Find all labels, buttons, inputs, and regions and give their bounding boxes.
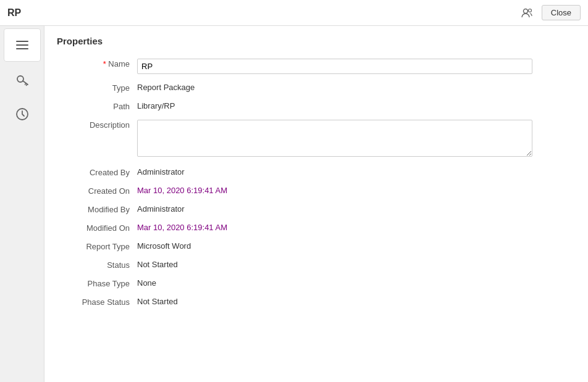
section-title: Properties bbox=[57, 36, 576, 46]
key-icon bbox=[14, 71, 31, 88]
list-icon bbox=[14, 36, 31, 54]
svg-point-1 bbox=[528, 9, 531, 12]
type-label: Type bbox=[57, 80, 137, 93]
phase-type-label: Phase Type bbox=[57, 276, 137, 288]
name-row: Name bbox=[57, 56, 576, 74]
path-value: Library/RP bbox=[137, 99, 576, 110]
created-by-value: Administrator bbox=[137, 165, 576, 176]
main-layout: Properties Name Type Report Package Path… bbox=[0, 26, 588, 382]
name-label: Name bbox=[57, 56, 137, 69]
close-button[interactable]: Close bbox=[542, 5, 581, 20]
path-row: Path Library/RP bbox=[57, 99, 576, 111]
description-row: Description bbox=[57, 117, 576, 159]
user-icon-button[interactable] bbox=[518, 4, 537, 22]
properties-form: Name Type Report Package Path Library/RP… bbox=[57, 56, 576, 307]
modified-on-row: Modified On Mar 10, 2020 6:19:41 AM bbox=[57, 220, 576, 233]
phase-status-label: Phase Status bbox=[57, 294, 137, 307]
status-label: Status bbox=[57, 257, 137, 270]
svg-rect-2 bbox=[16, 41, 28, 42]
description-label: Description bbox=[57, 117, 137, 130]
header-actions: Close bbox=[518, 4, 581, 22]
sidebar-item-history[interactable] bbox=[4, 98, 41, 131]
report-type-label: Report Type bbox=[57, 239, 137, 251]
modified-by-label: Modified By bbox=[57, 202, 137, 214]
description-textarea[interactable] bbox=[137, 120, 532, 157]
name-field-wrapper bbox=[137, 56, 576, 74]
modified-on-value: Mar 10, 2020 6:19:41 AM bbox=[137, 220, 576, 232]
description-field-wrapper bbox=[137, 117, 576, 159]
modified-on-label: Modified On bbox=[57, 220, 137, 233]
app-title: RP bbox=[7, 7, 21, 19]
modified-by-row: Modified By Administrator bbox=[57, 202, 576, 214]
created-on-value: Mar 10, 2020 6:19:41 AM bbox=[137, 183, 576, 195]
svg-rect-4 bbox=[16, 48, 28, 49]
status-value: Not Started bbox=[137, 257, 576, 269]
type-value: Report Package bbox=[137, 80, 576, 92]
sidebar-item-permissions[interactable] bbox=[4, 63, 41, 96]
sidebar-item-properties[interactable] bbox=[4, 28, 41, 62]
phase-status-value: Not Started bbox=[137, 294, 576, 306]
svg-rect-3 bbox=[16, 44, 28, 46]
modified-by-value: Administrator bbox=[137, 202, 576, 214]
content-area: Properties Name Type Report Package Path… bbox=[44, 26, 588, 382]
created-by-row: Created By Administrator bbox=[57, 165, 576, 177]
created-on-row: Created On Mar 10, 2020 6:19:41 AM bbox=[57, 183, 576, 196]
created-by-label: Created By bbox=[57, 165, 137, 177]
phase-type-value: None bbox=[137, 276, 576, 288]
phase-status-row: Phase Status Not Started bbox=[57, 294, 576, 307]
users-icon bbox=[521, 6, 534, 20]
status-row: Status Not Started bbox=[57, 257, 576, 270]
name-input[interactable] bbox=[137, 59, 532, 74]
sidebar bbox=[0, 26, 44, 382]
path-label: Path bbox=[57, 99, 137, 111]
svg-point-0 bbox=[523, 9, 527, 13]
header: RP Close bbox=[0, 0, 588, 26]
type-row: Type Report Package bbox=[57, 80, 576, 93]
created-on-label: Created On bbox=[57, 183, 137, 196]
phase-type-row: Phase Type None bbox=[57, 276, 576, 288]
report-type-value: Microsoft Word bbox=[137, 239, 576, 251]
clock-icon bbox=[14, 106, 31, 123]
report-type-row: Report Type Microsoft Word bbox=[57, 239, 576, 251]
